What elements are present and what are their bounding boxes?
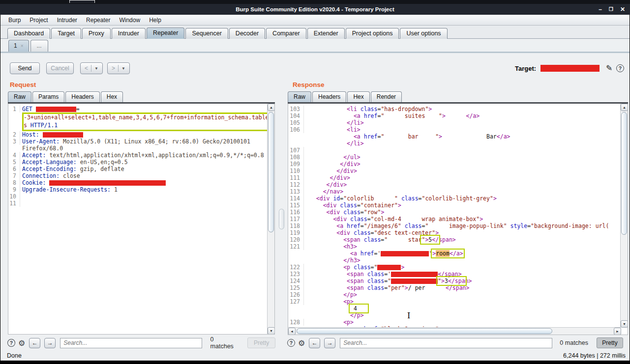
- code-line: </h3>: [288, 257, 621, 264]
- search-next-button[interactable]: →: [44, 338, 56, 348]
- repeater-tab-...[interactable]: ...: [30, 40, 48, 52]
- repeater-tab-label: 1: [14, 42, 17, 49]
- code-line: 1GET =: [8, 106, 268, 112]
- status-bytes-millis: 6,244 bytes | 272 millis: [563, 352, 626, 359]
- response-raw-text: 103 <li class="has-dropdown">104 <a href…: [288, 104, 621, 335]
- next-request-button[interactable]: > ▼: [107, 62, 130, 74]
- cancel-button[interactable]: Cancel: [46, 62, 74, 74]
- request-scroll-thumb[interactable]: [268, 112, 274, 232]
- request-tab-raw[interactable]: Raw: [8, 91, 31, 102]
- request-search-input[interactable]: [60, 338, 202, 348]
- gear-icon[interactable]: ⚙: [18, 338, 25, 348]
- menu-repeater[interactable]: Repeater: [82, 16, 115, 25]
- chevron-down-icon: ▼: [121, 66, 125, 71]
- request-match-count: 0 matches: [210, 336, 239, 350]
- redacted-value: [381, 251, 429, 256]
- response-tab-headers[interactable]: Headers: [312, 91, 346, 102]
- tab-repeater[interactable]: Repeater: [147, 28, 184, 39]
- repeater-tab-1[interactable]: 1×: [8, 40, 29, 52]
- close-tab-icon[interactable]: ×: [21, 43, 24, 49]
- response-tab-render[interactable]: Render: [371, 91, 402, 102]
- next-arrow-icon: >: [112, 65, 115, 72]
- scroll-down-icon[interactable]: ▼: [268, 327, 275, 335]
- request-tab-headers[interactable]: Headers: [65, 91, 99, 102]
- minimize-icon[interactable]: –: [599, 4, 602, 15]
- code-line: 112 </div>: [288, 181, 621, 188]
- tab-comparer[interactable]: Comparer: [266, 28, 306, 39]
- redacted-value: [36, 107, 76, 112]
- scroll-up-icon[interactable]: ▲: [268, 104, 275, 111]
- help-icon[interactable]: ?: [7, 339, 15, 347]
- tab-decoder[interactable]: Decoder: [229, 28, 265, 39]
- tab-project-options[interactable]: Project options: [346, 28, 399, 39]
- prev-request-button[interactable]: < ▼: [80, 62, 103, 74]
- menu-bar: BurpProjectIntruderRepeaterWindowHelp: [0, 15, 630, 26]
- prev-arrow-icon: <: [85, 65, 88, 72]
- code-line: 117 <div class="col-md-4 wrap animate-bo…: [288, 216, 621, 223]
- repeater-tab-bar: 1×...: [0, 39, 630, 53]
- response-tab-raw[interactable]: Raw: [288, 91, 311, 102]
- maximize-icon[interactable]: ❒: [609, 4, 613, 15]
- response-horizontal-scrollbar[interactable]: ◄ ►: [288, 327, 621, 335]
- code-line: 8Cookie:: [8, 179, 268, 186]
- redacted-value: [391, 279, 438, 284]
- menu-window[interactable]: Window: [115, 16, 145, 25]
- response-search-input[interactable]: [340, 338, 552, 348]
- close-icon[interactable]: ✕: [620, 4, 625, 15]
- request-tab-hex[interactable]: Hex: [101, 91, 123, 102]
- scroll-down-icon[interactable]: ▼: [621, 320, 628, 328]
- search-next-button[interactable]: →: [324, 338, 335, 348]
- tab-extender[interactable]: Extender: [307, 28, 345, 39]
- menu-intruder[interactable]: Intruder: [53, 16, 82, 25]
- tab-sequencer[interactable]: Sequencer: [185, 28, 228, 39]
- divider: [91, 65, 91, 72]
- gear-icon[interactable]: ⚙: [298, 338, 305, 348]
- code-line: 121 <h3>: [288, 243, 621, 250]
- search-prev-button[interactable]: ←: [29, 338, 40, 348]
- request-editor[interactable]: 1GET =-3+union+all+select+1,table_name,3…: [8, 104, 275, 335]
- code-line: 123 <span class='</span>: [288, 271, 621, 278]
- request-tab-params[interactable]: Params: [32, 91, 64, 102]
- menu-burp[interactable]: Burp: [4, 16, 25, 25]
- code-line: 125 <span class="per">/ per </span>: [288, 284, 621, 291]
- send-button[interactable]: Send: [10, 62, 40, 74]
- tab-dashboard[interactable]: Dashboard: [7, 28, 50, 39]
- request-vertical-scrollbar[interactable]: ▲ ▼: [267, 104, 274, 335]
- code-line: 3User-Agent: Mozilla/5.0 (X11; Linux x86…: [8, 138, 268, 145]
- help-icon[interactable]: ?: [287, 339, 295, 347]
- code-line: 4Accept: text/html,application/xhtml+xml…: [8, 152, 268, 159]
- tab-intruder[interactable]: Intruder: [112, 28, 146, 39]
- edit-target-pencil-icon[interactable]: ✎: [606, 63, 612, 73]
- title-bar: Burp Suite Community Edition v2020.4 - T…: [0, 4, 630, 15]
- panel-splitter-grip[interactable]: [279, 209, 284, 229]
- redacted-value: [391, 272, 438, 277]
- response-hscroll-thumb[interactable]: [297, 328, 552, 334]
- response-scroll-thumb[interactable]: [621, 112, 627, 235]
- response-tab-hex[interactable]: Hex: [347, 91, 369, 102]
- request-pretty-button[interactable]: Pretty: [247, 337, 275, 348]
- search-prev-button[interactable]: ←: [309, 338, 320, 348]
- code-line: 7Connection: close: [8, 172, 268, 179]
- target-help-icon[interactable]: ?: [616, 64, 624, 72]
- tab-proxy[interactable]: Proxy: [82, 28, 111, 39]
- tab-user-options[interactable]: User options: [400, 28, 447, 39]
- tab-target[interactable]: Target: [51, 28, 81, 39]
- code-line: 114 <div id="colorlib " class="colorlib-…: [288, 195, 621, 202]
- code-line: 11: [8, 200, 268, 207]
- response-section-title: Response: [293, 81, 325, 88]
- response-pretty-button[interactable]: Pretty: [597, 337, 623, 348]
- redacted-value: [49, 180, 166, 186]
- divider: [118, 65, 119, 72]
- request-search-bar: ? ⚙ ← → 0 matches Pretty: [7, 337, 275, 349]
- chevron-down-icon: ▼: [94, 66, 98, 71]
- menu-project[interactable]: Project: [25, 16, 52, 25]
- request-section-title: Request: [10, 81, 36, 88]
- scroll-up-icon[interactable]: ▲: [621, 104, 628, 111]
- scroll-left-icon[interactable]: ◄: [288, 328, 296, 335]
- code-line: 113 </nav>: [288, 188, 621, 195]
- response-editor[interactable]: 103 <li class="has-dropdown">104 <a href…: [288, 104, 628, 335]
- response-vertical-scrollbar[interactable]: ▲ ▼: [620, 104, 628, 328]
- scroll-right-icon[interactable]: ►: [614, 328, 621, 335]
- burp-suite-window: Burp Suite Community Edition v2020.4 - T…: [0, 0, 630, 364]
- menu-help[interactable]: Help: [145, 16, 166, 25]
